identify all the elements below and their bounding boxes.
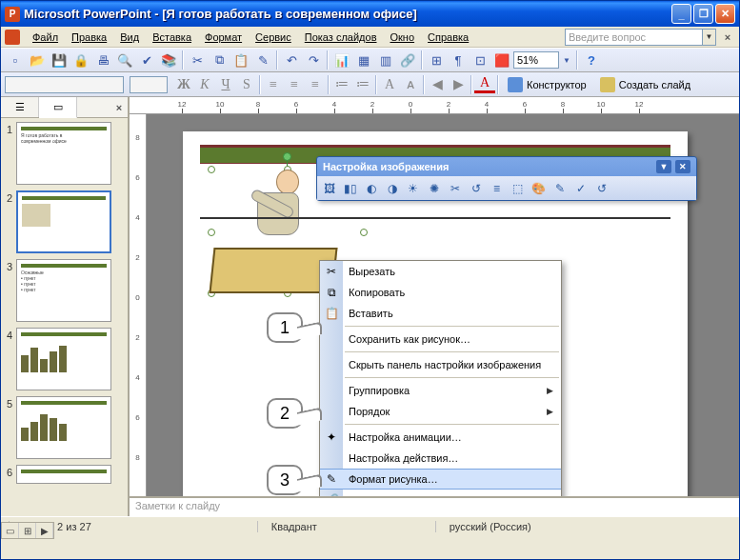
menu-copy[interactable]: ⧉Копировать — [320, 282, 561, 303]
research-icon[interactable]: 📚 — [158, 50, 179, 70]
picture-toolbar[interactable]: Настройка изображения ▼ ✕ 🖼 ▮▯ ◐ ◑ ☀ ✺ — [316, 156, 697, 201]
preview-icon[interactable]: 🔍 — [114, 50, 135, 70]
decrease-indent-icon[interactable]: ◀ — [427, 74, 448, 95]
menu-insert[interactable]: Вставка — [146, 30, 198, 45]
print-icon[interactable]: 🖶 — [92, 50, 113, 70]
less-brightness-icon[interactable]: ✺ — [424, 178, 444, 198]
notes-pane[interactable]: Заметки к слайду — [130, 496, 739, 516]
toolbar-options-icon[interactable]: ▼ — [656, 160, 671, 173]
redo-icon[interactable]: ↷ — [303, 50, 324, 70]
underline-button[interactable]: Ч — [215, 74, 236, 95]
insert-picture-icon[interactable]: 🖼 — [319, 178, 339, 198]
grid-icon[interactable]: ⊡ — [470, 50, 490, 70]
menu-order[interactable]: Порядок▶ — [320, 401, 561, 422]
permission-icon[interactable]: 🔒 — [70, 50, 91, 70]
close-pane-button[interactable]: × — [110, 97, 128, 117]
menu-format[interactable]: Формат — [198, 30, 249, 45]
open-icon[interactable]: 📂 — [27, 50, 48, 70]
copy-icon[interactable]: ⧉ — [209, 50, 230, 70]
more-brightness-icon[interactable]: ☀ — [403, 178, 423, 198]
sorter-view-button[interactable]: ⊞ — [19, 523, 36, 538]
menu-format-picture[interactable]: ✎Формат рисунка… — [320, 469, 561, 490]
slideshow-view-button[interactable]: ▶ — [36, 523, 53, 538]
minimize-button[interactable]: _ — [671, 4, 691, 24]
new-slide-button[interactable]: Создать слайд — [593, 74, 697, 95]
thumbnails-list[interactable]: 1Я готов работать всовременном офисе 2 3… — [1, 118, 128, 516]
new-icon[interactable]: ▫ — [5, 50, 26, 70]
slides-tab[interactable]: ▭ — [39, 97, 77, 118]
expand-icon[interactable]: ⊞ — [426, 50, 447, 70]
font-color-icon[interactable]: A — [474, 76, 495, 93]
maximize-button[interactable]: ❐ — [693, 4, 713, 24]
vertical-ruler[interactable]: 864202468 — [130, 114, 147, 496]
reset-icon[interactable]: ↺ — [591, 178, 611, 198]
menu-view[interactable]: Вид — [113, 30, 146, 45]
align-center-icon[interactable]: ≡ — [284, 74, 305, 95]
menu-hyperlink[interactable]: 🔗Гиперссылка… — [320, 490, 561, 496]
menu-edit[interactable]: Правка — [65, 30, 113, 45]
horizontal-ruler[interactable]: 12108642024681012 — [130, 97, 739, 114]
zoom-combo[interactable]: 51% — [513, 51, 559, 69]
thumb-3[interactable]: Основные• пункт• пункт• пункт — [16, 259, 111, 322]
increase-indent-icon[interactable]: ▶ — [448, 74, 469, 95]
help-icon[interactable]: ? — [581, 50, 602, 70]
menu-save-as-picture[interactable]: Сохранить как рисунок… — [320, 329, 561, 350]
recolor-icon[interactable]: 🎨 — [529, 178, 549, 198]
table-icon[interactable]: ▦ — [353, 50, 374, 70]
thumb-6[interactable] — [16, 465, 111, 484]
menu-service[interactable]: Сервис — [249, 30, 298, 45]
cut-icon[interactable]: ✂ — [187, 50, 208, 70]
ask-question-input[interactable]: Введите вопрос — [565, 29, 703, 46]
status-language[interactable]: русский (Россия) — [435, 521, 545, 532]
menu-window[interactable]: Окно — [384, 30, 422, 45]
menu-cut[interactable]: ✂Вырезать — [320, 261, 561, 282]
compress-icon[interactable]: ⬚ — [508, 178, 528, 198]
italic-button[interactable]: К — [194, 74, 215, 95]
bold-button[interactable]: Ж — [173, 74, 194, 95]
menu-animation-settings[interactable]: ✦Настройка анимации… — [320, 427, 561, 448]
close-button[interactable]: ✕ — [715, 4, 735, 24]
show-formatting-icon[interactable]: ¶ — [448, 50, 469, 70]
slide-canvas[interactable]: Настройка изображения ▼ ✕ 🖼 ▮▯ ◐ ◑ ☀ ✺ — [147, 114, 739, 496]
align-right-icon[interactable]: ≡ — [305, 74, 326, 95]
increase-font-icon[interactable]: A — [379, 74, 400, 95]
numbering-icon[interactable]: ≔ — [331, 74, 352, 95]
rotate-left-icon[interactable]: ↺ — [466, 178, 486, 198]
thumb-4[interactable] — [16, 328, 111, 390]
toolbar-close-icon[interactable]: ✕ — [675, 160, 690, 173]
thumb-1[interactable]: Я готов работать всовременном офисе — [16, 122, 111, 185]
tables-borders-icon[interactable]: ▥ — [375, 50, 396, 70]
menu-paste[interactable]: 📋Вставить — [320, 303, 561, 324]
save-icon[interactable]: 💾 — [49, 50, 70, 70]
align-left-icon[interactable]: ≡ — [263, 74, 284, 95]
font-size-combo[interactable] — [130, 76, 168, 93]
menu-grouping[interactable]: Группировка▶ — [320, 380, 561, 401]
format-painter-icon[interactable]: ✎ — [252, 50, 273, 70]
thumb-5[interactable] — [16, 396, 111, 459]
normal-view-button[interactable]: ▭ — [2, 523, 19, 538]
menu-slideshow[interactable]: Показ слайдов — [298, 30, 384, 45]
color-mode-icon[interactable]: ▮▯ — [340, 178, 360, 198]
shadow-button[interactable]: S — [236, 74, 257, 95]
undo-icon[interactable]: ↶ — [281, 50, 302, 70]
rotate-handle[interactable] — [283, 152, 291, 161]
decrease-font-icon[interactable]: ᴀ — [400, 74, 421, 95]
designer-button[interactable]: Конструктор — [501, 74, 593, 95]
transparent-icon[interactable]: ✓ — [570, 178, 590, 198]
menu-file[interactable]: Файл — [26, 30, 65, 45]
crop-icon[interactable]: ✂ — [445, 178, 465, 198]
ask-dropdown-icon[interactable]: ▼ — [703, 29, 716, 46]
paste-icon[interactable]: 📋 — [230, 50, 251, 70]
more-contrast-icon[interactable]: ◐ — [361, 178, 381, 198]
less-contrast-icon[interactable]: ◑ — [382, 178, 402, 198]
menu-action-settings[interactable]: Настройка действия… — [320, 448, 561, 469]
color-icon[interactable]: 🟥 — [491, 50, 512, 70]
chart-icon[interactable]: 📊 — [331, 50, 352, 70]
hyperlink-icon[interactable]: 🔗 — [397, 50, 418, 70]
spell-icon[interactable]: ✔ — [136, 50, 157, 70]
bullets-icon[interactable]: ≔ — [352, 74, 373, 95]
menu-help[interactable]: Справка — [421, 30, 475, 45]
line-style-icon[interactable]: ≡ — [487, 178, 507, 198]
zoom-dropdown-icon[interactable]: ▼ — [560, 50, 573, 70]
thumb-2[interactable] — [16, 190, 111, 253]
